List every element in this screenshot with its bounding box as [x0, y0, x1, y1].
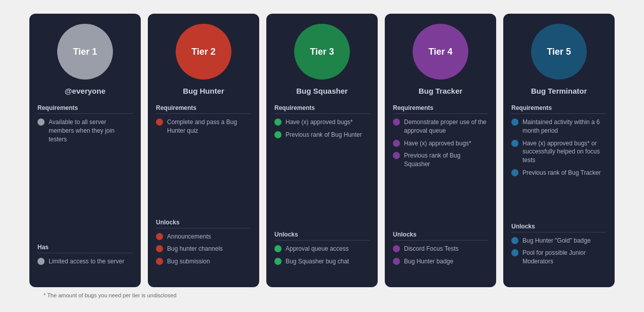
tier-name-tier1: @everyone: [65, 87, 106, 95]
unlocks-section-tier5: UnlocksBug Hunter "Gold" badgePool for p…: [511, 223, 607, 270]
requirement-dot: [393, 119, 400, 126]
requirement-dot: [511, 169, 518, 176]
requirement-text: Have (x) approved bugs* or successfully …: [522, 139, 607, 165]
requirement-text: Have (x) approved bugs*: [286, 118, 353, 127]
requirements-title-tier5: Requirements: [511, 104, 607, 114]
requirements-title-tier3: Requirements: [274, 104, 370, 114]
requirement-dot: [511, 119, 518, 126]
requirement-item: Demonstrate proper use of the approval q…: [393, 118, 488, 135]
requirement-text: Have (x) approved bugs*: [404, 139, 471, 148]
unlock-dot: [274, 258, 281, 265]
requirement-dot: [511, 140, 518, 147]
requirements-section-tier2: RequirementsComplete and pass a Bug Hunt…: [156, 104, 251, 139]
requirement-dot: [274, 131, 281, 138]
tier-circle-tier3: Tier 3: [294, 24, 350, 80]
unlock-text: Announcements: [167, 232, 211, 241]
requirement-text: Previous rank of Bug Hunter: [286, 131, 362, 139]
has-text: Limited access to the server: [49, 257, 124, 266]
has-section-tier1: HasLimited access to the server: [37, 244, 133, 270]
requirement-dot: [37, 119, 45, 126]
tier-circle-tier2: Tier 2: [176, 24, 231, 80]
requirement-item: Previous rank of Bug Tracker: [511, 169, 607, 177]
unlock-item: Discord Focus Tests: [393, 245, 488, 253]
requirement-text: Previous rank of Bug Tracker: [522, 169, 601, 177]
requirements-section-tier5: RequirementsMaintained activity within a…: [511, 104, 607, 181]
requirements-title-tier4: Requirements: [393, 104, 488, 114]
unlock-dot: [511, 249, 518, 256]
unlock-text: Discord Focus Tests: [404, 245, 459, 253]
unlock-item: Bug Hunter badge: [393, 257, 488, 266]
unlock-text: Pool for possible Junior Moderators: [522, 249, 607, 266]
unlock-item: Bug hunter channels: [156, 245, 251, 253]
unlock-text: Approval queue access: [286, 245, 349, 253]
unlock-dot: [274, 245, 281, 252]
unlocks-title-tier2: Unlocks: [156, 219, 251, 228]
card-tier2: Tier 2Bug HunterRequirementsComplete and…: [148, 14, 259, 287]
requirement-item: Have (x) approved bugs* or successfully …: [511, 139, 607, 165]
requirement-item: Have (x) approved bugs*: [274, 118, 370, 127]
requirements-section-tier1: RequirementsAvailable to all server memb…: [37, 104, 133, 147]
unlock-text: Bug hunter channels: [167, 245, 223, 253]
tier-name-tier4: Bug Tracker: [419, 87, 463, 95]
has-title-tier1: Has: [37, 244, 133, 253]
unlock-text: Bug submission: [167, 257, 210, 266]
unlocks-title-tier4: Unlocks: [393, 231, 488, 241]
card-tier3: Tier 3Bug SquasherRequirementsHave (x) a…: [266, 14, 378, 287]
unlock-item: Announcements: [156, 232, 251, 241]
requirement-item: Have (x) approved bugs*: [393, 139, 488, 148]
unlock-dot: [156, 245, 163, 252]
requirement-item: Available to all server members when the…: [37, 118, 133, 143]
unlocks-title-tier3: Unlocks: [274, 231, 370, 241]
tier-name-tier5: Bug Terminator: [531, 87, 587, 95]
requirement-item: Previous rank of Bug Hunter: [274, 131, 370, 139]
unlock-item: Pool for possible Junior Moderators: [511, 249, 607, 266]
requirement-dot: [156, 119, 163, 126]
has-item: Limited access to the server: [37, 257, 133, 266]
requirement-item: Complete and pass a Bug Hunter quiz: [156, 118, 251, 135]
card-tier1: Tier 1@everyoneRequirementsAvailable to …: [29, 14, 141, 287]
requirements-section-tier3: RequirementsHave (x) approved bugs*Previ…: [274, 104, 370, 143]
requirements-section-tier4: RequirementsDemonstrate proper use of th…: [393, 104, 488, 173]
requirement-text: Complete and pass a Bug Hunter quiz: [167, 118, 251, 135]
unlock-dot: [156, 258, 163, 265]
requirement-text: Maintained activity within a 6 month per…: [522, 118, 607, 135]
tier-name-tier3: Bug Squasher: [296, 87, 348, 95]
requirement-dot: [274, 119, 281, 126]
unlock-dot: [511, 237, 518, 244]
unlock-item: Approval queue access: [274, 245, 370, 253]
unlock-dot: [393, 258, 400, 265]
tier-circle-tier1: Tier 1: [57, 24, 113, 80]
cards-container: Tier 1@everyoneRequirementsAvailable to …: [29, 14, 615, 287]
card-tier4: Tier 4Bug TrackerRequirementsDemonstrate…: [385, 14, 496, 287]
unlock-text: Bug Squasher bug chat: [286, 257, 349, 266]
unlock-text: Bug Hunter badge: [404, 257, 453, 266]
unlock-item: Bug Squasher bug chat: [274, 257, 370, 266]
requirement-text: Available to all server members when the…: [49, 118, 133, 143]
requirement-dot: [393, 152, 400, 159]
requirements-title-tier2: Requirements: [156, 104, 251, 114]
requirement-dot: [393, 140, 400, 147]
has-dot: [37, 258, 45, 265]
unlock-item: Bug submission: [156, 257, 251, 266]
requirement-text: Previous rank of Bug Squasher: [404, 151, 488, 169]
unlock-dot: [156, 233, 163, 240]
tier-circle-tier5: Tier 5: [531, 24, 587, 80]
requirements-title-tier1: Requirements: [37, 104, 133, 114]
requirement-item: Maintained activity within a 6 month per…: [511, 118, 607, 135]
tier-name-tier2: Bug Hunter: [183, 87, 224, 95]
footnote: * The amount of bugs you need per tier i…: [44, 292, 600, 298]
unlock-dot: [393, 245, 400, 252]
unlock-text: Bug Hunter "Gold" badge: [522, 237, 591, 245]
card-tier5: Tier 5Bug TerminatorRequirementsMaintain…: [503, 14, 615, 287]
unlock-item: Bug Hunter "Gold" badge: [511, 237, 607, 245]
requirement-text: Demonstrate proper use of the approval q…: [404, 118, 488, 135]
tier-circle-tier4: Tier 4: [413, 24, 468, 80]
unlocks-section-tier3: UnlocksApproval queue accessBug Squasher…: [274, 231, 370, 270]
unlocks-title-tier5: Unlocks: [511, 223, 607, 232]
unlocks-section-tier4: UnlocksDiscord Focus TestsBug Hunter bad…: [393, 231, 488, 270]
requirement-item: Previous rank of Bug Squasher: [393, 151, 488, 169]
unlocks-section-tier2: UnlocksAnnouncementsBug hunter channelsB…: [156, 219, 251, 270]
